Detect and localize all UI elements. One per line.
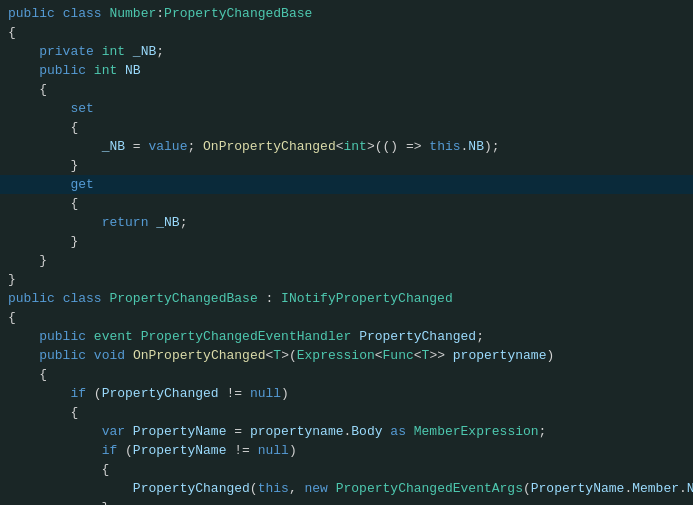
code-line: } — [0, 232, 693, 251]
code-token: != — [226, 441, 257, 460]
code-token: PropertyChangedBase — [109, 289, 257, 308]
code-token: = — [125, 137, 148, 156]
code-token — [8, 422, 102, 441]
code-token: Name — [687, 479, 693, 498]
code-line: { — [0, 365, 693, 384]
code-token: { — [8, 365, 47, 384]
code-token — [8, 61, 39, 80]
code-line: return _NB; — [0, 213, 693, 232]
code-line: if (PropertyName != null) — [0, 441, 693, 460]
code-token: < — [375, 346, 383, 365]
code-token: null — [258, 441, 289, 460]
code-line: public int NB — [0, 61, 693, 80]
code-token: if — [70, 384, 86, 403]
code-token: private — [39, 42, 94, 61]
code-token — [55, 289, 63, 308]
code-token — [8, 213, 102, 232]
code-token: . — [679, 479, 687, 498]
code-token — [406, 422, 414, 441]
code-token — [8, 441, 102, 460]
code-line: } — [0, 270, 693, 289]
code-token: ; — [156, 42, 164, 61]
code-token: ( — [250, 479, 258, 498]
code-editor: public class Number:PropertyChangedBase{… — [0, 0, 693, 505]
code-token: get — [70, 175, 93, 194]
code-token — [125, 422, 133, 441]
code-line: { — [0, 194, 693, 213]
code-line: public void OnPropertyChanged<T>(Express… — [0, 346, 693, 365]
code-token: < — [414, 346, 422, 365]
code-token — [8, 42, 39, 61]
code-token: ; — [476, 327, 484, 346]
code-line: { — [0, 23, 693, 42]
code-token: INotifyPropertyChanged — [281, 289, 453, 308]
code-token: } — [8, 156, 78, 175]
code-token — [86, 346, 94, 365]
code-token: class — [63, 4, 102, 23]
code-token: OnPropertyChanged — [203, 137, 336, 156]
code-token — [8, 479, 133, 498]
code-token — [328, 479, 336, 498]
code-token: event — [94, 327, 133, 346]
code-token: PropertyChangedEventHandler — [141, 327, 352, 346]
code-token: Body — [351, 422, 382, 441]
code-token: { — [8, 403, 78, 422]
code-token: public — [8, 4, 55, 23]
code-token: ; — [180, 213, 188, 232]
code-token: PropertyChangedBase — [164, 4, 312, 23]
code-token: ) — [281, 384, 289, 403]
code-token: value — [148, 137, 187, 156]
code-token: public — [39, 327, 86, 346]
code-token: : — [258, 289, 281, 308]
code-token: . — [624, 479, 632, 498]
code-token: Func — [383, 346, 414, 365]
code-line: var PropertyName = propertyname.Body as … — [0, 422, 693, 441]
code-token: NB — [125, 61, 141, 80]
code-token — [8, 99, 70, 118]
code-token — [8, 175, 70, 194]
code-line: public event PropertyChangedEventHandler… — [0, 327, 693, 346]
code-line: PropertyChanged(this, new PropertyChange… — [0, 479, 693, 498]
code-token — [55, 4, 63, 23]
code-token — [102, 289, 110, 308]
code-token: Member — [632, 479, 679, 498]
code-token: PropertyChanged — [102, 384, 219, 403]
code-token: new — [305, 479, 328, 498]
code-token: int — [344, 137, 367, 156]
code-line: { — [0, 80, 693, 99]
code-token — [383, 422, 391, 441]
code-token: return — [102, 213, 149, 232]
code-line: _NB = value; OnPropertyChanged<int>(() =… — [0, 137, 693, 156]
code-token: this — [258, 479, 289, 498]
code-token: >( — [281, 346, 297, 365]
code-token — [125, 346, 133, 365]
code-token: } — [8, 498, 109, 505]
code-token — [8, 384, 70, 403]
code-token: _NB — [102, 137, 125, 156]
code-token: } — [8, 251, 47, 270]
code-token: . — [461, 137, 469, 156]
code-line: } — [0, 498, 693, 505]
code-token: void — [94, 346, 125, 365]
code-token: int — [102, 42, 125, 61]
code-token: PropertyChanged — [133, 479, 250, 498]
code-line: private int _NB; — [0, 42, 693, 61]
code-token — [125, 42, 133, 61]
code-token: _NB — [133, 42, 156, 61]
code-token: public — [39, 61, 86, 80]
code-token — [8, 327, 39, 346]
code-token: T — [422, 346, 430, 365]
code-token: PropertyName — [531, 479, 625, 498]
code-token: T — [273, 346, 281, 365]
code-line: set — [0, 99, 693, 118]
code-token: != — [219, 384, 250, 403]
code-token: class — [63, 289, 102, 308]
code-token: ) — [289, 441, 297, 460]
code-token: public — [8, 289, 55, 308]
code-token: null — [250, 384, 281, 403]
code-token — [117, 61, 125, 80]
code-line: { — [0, 308, 693, 327]
code-token — [86, 61, 94, 80]
code-line: get — [0, 175, 693, 194]
code-token: { — [8, 460, 109, 479]
